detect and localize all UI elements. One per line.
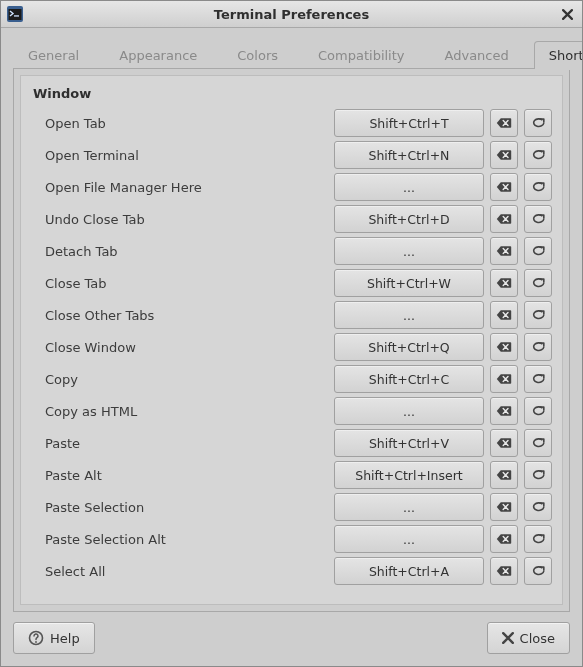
shortcut-accel-text: ...: [403, 404, 415, 419]
backspace-icon: [496, 501, 512, 513]
shortcut-accel-button[interactable]: ...: [334, 301, 484, 329]
shortcut-reset-button[interactable]: [524, 493, 552, 521]
shortcut-reset-button[interactable]: [524, 301, 552, 329]
tab-label: Colors: [237, 48, 278, 63]
shortcut-accel-button[interactable]: Shift+Ctrl+N: [334, 141, 484, 169]
close-icon: [562, 9, 573, 20]
shortcut-label: Close Tab: [45, 276, 328, 291]
shortcut-accel-text: Shift+Ctrl+D: [368, 212, 449, 227]
terminal-app-icon: [7, 6, 23, 22]
shortcut-clear-button[interactable]: [490, 269, 518, 297]
shortcut-accel-button[interactable]: Shift+Ctrl+C: [334, 365, 484, 393]
shortcut-row: PasteShift+Ctrl+V: [21, 427, 560, 459]
shortcut-accel-button[interactable]: Shift+Ctrl+V: [334, 429, 484, 457]
window-close-button[interactable]: [558, 5, 576, 23]
shortcut-label: Close Window: [45, 340, 328, 355]
shortcut-reset-button[interactable]: [524, 397, 552, 425]
shortcut-reset-button[interactable]: [524, 205, 552, 233]
undo-icon: [530, 341, 546, 353]
tab-advanced[interactable]: Advanced: [430, 41, 524, 69]
shortcut-reset-button[interactable]: [524, 269, 552, 297]
shortcut-clear-button[interactable]: [490, 205, 518, 233]
backspace-icon: [496, 437, 512, 449]
tab-appearance[interactable]: Appearance: [104, 41, 212, 69]
shortcut-reset-button[interactable]: [524, 557, 552, 585]
tab-shortcuts[interactable]: Shortcuts: [534, 41, 582, 69]
shortcut-accel-button[interactable]: ...: [334, 397, 484, 425]
tab-compatibility[interactable]: Compatibility: [303, 41, 420, 69]
section-header-window: Window: [21, 76, 560, 107]
shortcut-clear-button[interactable]: [490, 493, 518, 521]
shortcut-row: Paste AltShift+Ctrl+Insert: [21, 459, 560, 491]
shortcut-accel-button[interactable]: Shift+Ctrl+D: [334, 205, 484, 233]
shortcut-clear-button[interactable]: [490, 557, 518, 585]
tab-general[interactable]: General: [13, 41, 94, 69]
shortcut-reset-button[interactable]: [524, 365, 552, 393]
shortcut-row: Paste Selection...: [21, 491, 560, 523]
shortcut-clear-button[interactable]: [490, 333, 518, 361]
shortcut-clear-button[interactable]: [490, 429, 518, 457]
backspace-icon: [496, 245, 512, 257]
shortcut-row: Open TerminalShift+Ctrl+N: [21, 139, 560, 171]
shortcut-accel-text: Shift+Ctrl+N: [369, 148, 450, 163]
shortcut-reset-button[interactable]: [524, 333, 552, 361]
shortcut-clear-button[interactable]: [490, 141, 518, 169]
shortcut-label: Open Tab: [45, 116, 328, 131]
shortcut-label: Paste Alt: [45, 468, 328, 483]
undo-icon: [530, 245, 546, 257]
svg-point-4: [35, 641, 37, 643]
shortcut-accel-text: ...: [403, 500, 415, 515]
shortcut-scroll-area[interactable]: Window Open TabShift+Ctrl+TOpen Terminal…: [21, 76, 562, 604]
close-button[interactable]: Close: [487, 622, 570, 654]
shortcut-reset-button[interactable]: [524, 109, 552, 137]
shortcut-row: Select AllShift+Ctrl+A: [21, 555, 560, 587]
shortcut-clear-button[interactable]: [490, 461, 518, 489]
shortcut-clear-button[interactable]: [490, 237, 518, 265]
shortcut-accel-button[interactable]: Shift+Ctrl+A: [334, 557, 484, 585]
shortcut-reset-button[interactable]: [524, 429, 552, 457]
shortcut-accel-text: Shift+Ctrl+T: [369, 116, 448, 131]
undo-icon: [530, 533, 546, 545]
shortcut-label: Detach Tab: [45, 244, 328, 259]
tab-colors[interactable]: Colors: [222, 41, 293, 69]
shortcut-accel-button[interactable]: Shift+Ctrl+Insert: [334, 461, 484, 489]
shortcut-clear-button[interactable]: [490, 397, 518, 425]
help-button[interactable]: Help: [13, 622, 95, 654]
shortcut-accel-text: Shift+Ctrl+C: [369, 372, 449, 387]
backspace-icon: [496, 181, 512, 193]
shortcut-reset-button[interactable]: [524, 237, 552, 265]
backspace-icon: [496, 341, 512, 353]
shortcut-reset-button[interactable]: [524, 461, 552, 489]
shortcut-accel-button[interactable]: ...: [334, 173, 484, 201]
undo-icon: [530, 149, 546, 161]
shortcut-clear-button[interactable]: [490, 525, 518, 553]
shortcut-clear-button[interactable]: [490, 173, 518, 201]
shortcut-clear-button[interactable]: [490, 109, 518, 137]
shortcut-reset-button[interactable]: [524, 173, 552, 201]
shortcut-accel-button[interactable]: ...: [334, 237, 484, 265]
shortcut-reset-button[interactable]: [524, 141, 552, 169]
shortcut-accel-button[interactable]: Shift+Ctrl+Q: [334, 333, 484, 361]
backspace-icon: [496, 213, 512, 225]
backspace-icon: [496, 533, 512, 545]
shortcut-accel-button[interactable]: Shift+Ctrl+W: [334, 269, 484, 297]
tab-label: Shortcuts: [549, 48, 582, 63]
shortcut-accel-button[interactable]: ...: [334, 493, 484, 521]
shortcut-clear-button[interactable]: [490, 365, 518, 393]
backspace-icon: [496, 565, 512, 577]
tab-content: Window Open TabShift+Ctrl+TOpen Terminal…: [13, 69, 570, 612]
shortcut-accel-button[interactable]: ...: [334, 525, 484, 553]
shortcut-clear-button[interactable]: [490, 301, 518, 329]
shortcut-reset-button[interactable]: [524, 525, 552, 553]
dialog-footer: Help Close: [13, 612, 570, 654]
undo-icon: [530, 181, 546, 193]
shortcut-accel-text: Shift+Ctrl+Insert: [355, 468, 462, 483]
close-icon: [502, 632, 514, 644]
shortcut-accel-text: Shift+Ctrl+V: [369, 436, 449, 451]
undo-icon: [530, 213, 546, 225]
shortcut-accel-button[interactable]: Shift+Ctrl+T: [334, 109, 484, 137]
shortcut-row: Open File Manager Here...: [21, 171, 560, 203]
tab-label: Compatibility: [318, 48, 405, 63]
shortcut-label: Close Other Tabs: [45, 308, 328, 323]
shortcut-accel-text: ...: [403, 180, 415, 195]
